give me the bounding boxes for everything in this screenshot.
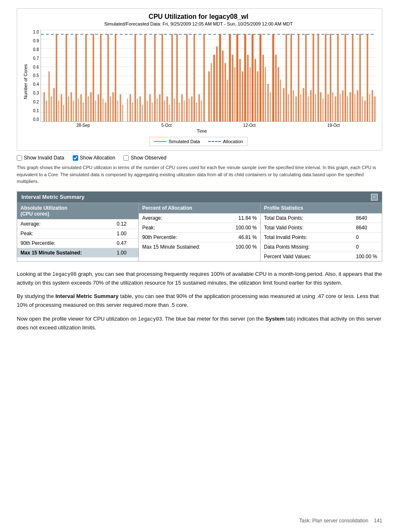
minimize-button[interactable]: − <box>371 194 378 200</box>
svg-rect-36 <box>132 103 133 121</box>
svg-rect-24 <box>100 34 102 121</box>
stats-valid-points-label: Total Valid Points: <box>261 223 353 232</box>
show-observed-label: Show Observed <box>130 155 166 161</box>
metric-row-90th-pct: 90th Percentile: 46.81 % <box>139 233 260 242</box>
metric-90th-label: 90th Percentile: <box>17 239 113 248</box>
svg-rect-90 <box>270 92 271 121</box>
col1-subheader: (CPU cores) <box>20 211 49 217</box>
paragraph-2: By studying the Interval Metric Summary … <box>17 292 382 310</box>
col3-header: Profile Statistics <box>261 203 382 213</box>
chart-inner: 1.0 0.9 0.8 0.7 0.6 0.5 0.4 0.3 0.2 0.1 … <box>28 30 376 134</box>
svg-rect-60 <box>191 96 193 121</box>
show-allocation-checkbox[interactable] <box>73 155 78 161</box>
chart-title: CPU Utilization for legacy08_wl <box>21 13 376 21</box>
svg-rect-20 <box>90 92 92 121</box>
svg-rect-103 <box>303 88 304 121</box>
svg-rect-49 <box>164 100 165 121</box>
show-observed-checkbox[interactable] <box>123 155 129 161</box>
stats-total-data: Total Data Points: 8640 <box>261 213 382 223</box>
pct-max15-value: 100.00 % <box>232 242 260 252</box>
pct-90th-value: 46.81 % <box>235 233 260 242</box>
svg-rect-53 <box>174 98 175 121</box>
show-allocation-label: Show Allocation <box>80 155 115 161</box>
show-observed-checkbox-item[interactable]: Show Observed <box>123 155 166 161</box>
svg-rect-73 <box>227 80 228 121</box>
paragraph-1: Looking at the legacy08 graph, you can s… <box>17 270 382 288</box>
checkboxes-row: Show Invalid Data Show Allocation Show O… <box>17 155 382 161</box>
svg-rect-93 <box>278 67 279 121</box>
svg-rect-87 <box>262 55 264 121</box>
svg-rect-124 <box>354 94 355 121</box>
pct-peak-value: 100.00 % <box>232 223 260 232</box>
svg-rect-57 <box>184 100 184 121</box>
pct-peak-label: Peak: <box>139 223 232 232</box>
show-invalid-checkbox-item[interactable]: Show Invalid Data <box>17 155 64 161</box>
svg-rect-35 <box>130 94 131 121</box>
svg-rect-97 <box>288 94 289 121</box>
svg-rect-74 <box>229 34 231 121</box>
svg-rect-79 <box>242 72 243 121</box>
svg-rect-5 <box>53 88 55 121</box>
svg-rect-56 <box>181 94 183 121</box>
svg-rect-70 <box>219 34 221 121</box>
svg-rect-92 <box>275 55 277 121</box>
chart-svg <box>41 30 376 121</box>
svg-rect-76 <box>234 67 235 121</box>
metric-max15-value: 1.00 <box>113 248 138 257</box>
svg-rect-72 <box>225 63 226 121</box>
legend-simulated-line <box>154 141 166 142</box>
plot-area <box>41 30 376 122</box>
svg-rect-71 <box>222 51 224 121</box>
svg-rect-86 <box>259 34 261 121</box>
svg-rect-110 <box>320 92 322 121</box>
svg-rect-39 <box>139 96 141 121</box>
svg-rect-31 <box>117 100 118 121</box>
svg-rect-51 <box>169 105 170 121</box>
svg-rect-61 <box>194 34 195 121</box>
svg-rect-11 <box>68 96 69 121</box>
svg-rect-15 <box>78 98 79 121</box>
stats-valid-points-value: 8640 <box>353 223 382 232</box>
svg-rect-37 <box>135 34 136 121</box>
pct-avg-label: Average: <box>139 213 235 223</box>
show-allocation-checkbox-item[interactable]: Show Allocation <box>73 155 115 161</box>
svg-rect-4 <box>51 96 52 121</box>
paragraph-3: Now open the profile viewer for CPU util… <box>17 315 382 332</box>
svg-rect-118 <box>340 94 340 121</box>
svg-rect-105 <box>308 96 309 121</box>
legend-allocation-line <box>208 141 221 142</box>
stats-pct-valid-label: Percent Valid Values: <box>261 252 353 261</box>
metric-max15-label: Max 15 Minute Sustained: <box>17 248 113 257</box>
svg-rect-113 <box>327 94 329 121</box>
svg-rect-16 <box>80 94 82 121</box>
svg-rect-96 <box>286 34 287 121</box>
chart-container: CPU Utilization for legacy08_wl Simulate… <box>17 8 382 151</box>
show-invalid-checkbox[interactable] <box>17 155 22 161</box>
legend-allocation-label: Allocation <box>223 139 243 144</box>
svg-rect-128 <box>364 100 366 121</box>
svg-rect-80 <box>244 34 246 121</box>
svg-rect-95 <box>283 88 285 121</box>
svg-rect-59 <box>189 98 189 121</box>
svg-rect-48 <box>161 34 163 121</box>
svg-rect-75 <box>232 55 233 121</box>
svg-rect-27 <box>107 34 109 121</box>
legend-simulated: Simulated Data <box>154 139 200 144</box>
svg-rect-25 <box>102 98 103 121</box>
svg-rect-54 <box>176 34 178 121</box>
metric-col-1: Absolute Utilization (CPU cores) Average… <box>17 203 139 261</box>
stats-total-data-label: Total Data Points: <box>261 213 353 223</box>
svg-rect-123 <box>352 34 354 121</box>
svg-rect-30 <box>115 34 116 121</box>
metric-row-max15: Max 15 Minute Sustained: 1.00 <box>17 248 138 257</box>
svg-rect-82 <box>250 67 251 121</box>
pct-90th-label: 90th Percentile: <box>139 233 235 242</box>
metric-row-avg-pct: Average: 11.84 % <box>139 213 260 223</box>
svg-rect-18 <box>85 34 87 121</box>
metric-row-peak: Peak: 1.00 <box>17 229 138 239</box>
svg-rect-6 <box>56 34 57 121</box>
svg-rect-106 <box>310 90 312 121</box>
svg-rect-13 <box>73 100 74 121</box>
minimize-icon: − <box>373 195 376 199</box>
svg-rect-29 <box>113 92 114 121</box>
